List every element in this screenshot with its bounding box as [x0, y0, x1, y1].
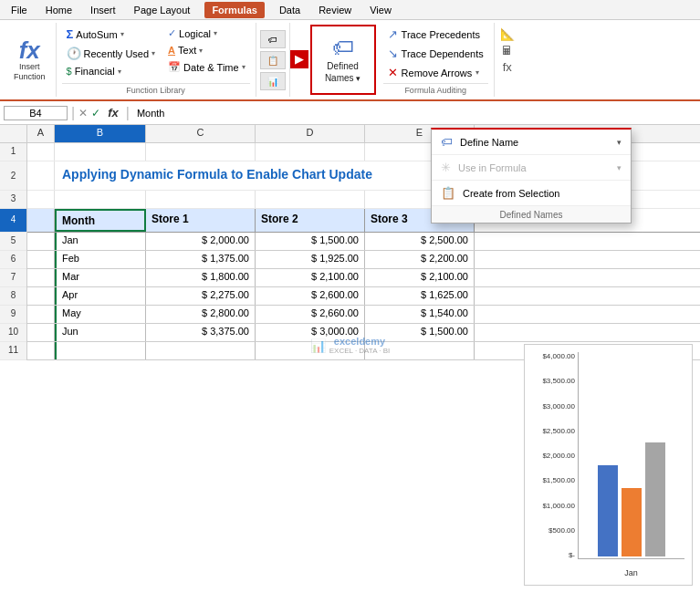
calculate-icon[interactable]: 🖩 — [501, 44, 513, 57]
cell-C10[interactable]: $ 3,375.00 — [146, 324, 256, 341]
cell-D8[interactable]: $ 2,600.00 — [256, 287, 365, 305]
defined-names-icon: 🏷 — [332, 35, 354, 60]
define-name-item[interactable]: 🏷 Define Name ▾ — [432, 130, 631, 155]
watermark-text: exceldemy EXCEL · DATA · BI — [329, 336, 391, 355]
menu-insert[interactable]: Insert — [87, 3, 120, 17]
cell-B9[interactable]: May — [55, 306, 146, 323]
cell-D1[interactable] — [256, 143, 365, 161]
cell-A7[interactable] — [27, 269, 55, 286]
cell-B2-title[interactable]: Applying Dynamic Formula to Enable Chart… — [55, 161, 475, 190]
cell-E9[interactable]: $ 1,540.00 — [365, 306, 475, 323]
watermark-icon: 📊 — [310, 338, 326, 353]
cell-E8[interactable]: $ 1,625.00 — [365, 287, 475, 305]
cell-E6[interactable]: $ 2,200.00 — [365, 251, 475, 268]
cell-A1[interactable] — [27, 143, 55, 161]
cell-C7[interactable]: $ 1,800.00 — [146, 269, 256, 286]
col-header-D[interactable]: D — [256, 125, 365, 142]
cell-A11[interactable] — [27, 342, 55, 359]
menu-formulas[interactable]: Formulas — [204, 2, 265, 18]
cell-C9[interactable]: $ 2,800.00 — [146, 306, 256, 323]
menu-review[interactable]: Review — [315, 3, 355, 17]
row-num-1[interactable]: 1 — [0, 143, 26, 161]
cancel-icon[interactable]: ✕ — [78, 107, 88, 120]
col-header-C[interactable]: C — [146, 125, 256, 142]
text-icon: A — [168, 45, 175, 56]
insert-function-button[interactable]: fx InsertFunction — [11, 36, 48, 85]
row-num-4[interactable]: 4 — [0, 209, 26, 233]
cell-C6[interactable]: $ 1,375.00 — [146, 251, 256, 268]
cell-C1[interactable] — [146, 143, 256, 161]
names-icon-3[interactable]: 📊 — [260, 72, 286, 90]
cell-D4-store2[interactable]: Store 2 — [256, 209, 365, 232]
cell-A4[interactable] — [27, 209, 55, 232]
trace-precedents-button[interactable]: ↗ Trace Precedents — [383, 26, 488, 43]
row-num-7[interactable]: 7 — [0, 269, 26, 287]
cell-D3[interactable] — [256, 191, 365, 208]
define-name-item-label: Define Name — [460, 137, 518, 148]
trace-dependents-button[interactable]: ↘ Trace Dependents — [383, 45, 488, 62]
row-num-5[interactable]: 5 — [0, 233, 26, 251]
confirm-icon[interactable]: ✓ — [91, 107, 100, 120]
grid-row-8: Apr $ 2,275.00 $ 2,600.00 $ 1,625.00 — [27, 287, 700, 306]
cell-B3[interactable] — [55, 191, 146, 208]
defined-names-button[interactable]: 🏷 DefinedNames ▾ — [310, 25, 376, 95]
cell-C4-store1[interactable]: Store 1 — [146, 209, 256, 232]
cell-D6[interactable]: $ 1,925.00 — [256, 251, 365, 268]
col-header-A[interactable]: A — [27, 125, 55, 142]
watch-window-icon[interactable]: 📐 — [500, 27, 515, 41]
defined-names-label: DefinedNames ▾ — [325, 60, 360, 85]
names-icon-2[interactable]: 📋 — [260, 51, 286, 69]
cell-C11[interactable] — [146, 342, 256, 359]
text-button[interactable]: A Text ▾ — [163, 43, 250, 57]
cell-A6[interactable] — [27, 251, 55, 268]
cell-C3[interactable] — [146, 191, 256, 208]
cell-A5[interactable] — [27, 233, 55, 250]
row-num-10[interactable]: 10 — [0, 324, 26, 342]
row-num-11[interactable]: 11 — [0, 342, 26, 360]
cell-B1[interactable] — [55, 143, 146, 161]
cell-A3[interactable] — [27, 191, 55, 208]
cell-D7[interactable]: $ 2,100.00 — [256, 269, 365, 286]
name-box[interactable] — [4, 106, 68, 120]
cell-B8[interactable]: Apr — [55, 287, 146, 305]
row-num-8[interactable]: 8 — [0, 287, 26, 306]
cell-A2[interactable] — [27, 161, 55, 190]
cell-B6[interactable]: Feb — [55, 251, 146, 268]
menu-file[interactable]: File — [7, 3, 31, 17]
cell-E7[interactable]: $ 2,100.00 — [365, 269, 475, 286]
clock-icon: 🕐 — [67, 47, 81, 60]
menu-home[interactable]: Home — [42, 3, 76, 17]
cell-B5[interactable]: Jan — [55, 233, 146, 250]
menu-page-layout[interactable]: Page Layout — [131, 3, 194, 17]
show-formula-icon[interactable]: fx — [503, 60, 512, 74]
cell-D9[interactable]: $ 2,660.00 — [256, 306, 365, 323]
col-header-B[interactable]: B — [55, 125, 146, 142]
cell-A8[interactable] — [27, 287, 55, 305]
cell-A10[interactable] — [27, 324, 55, 341]
autosum-button[interactable]: Σ AutoSum ▾ — [62, 26, 161, 43]
logical-button[interactable]: ✓ Logical ▾ — [163, 26, 250, 41]
recently-used-button[interactable]: 🕐 Recently Used ▾ — [62, 45, 161, 62]
cell-C8[interactable]: $ 2,275.00 — [146, 287, 256, 305]
cell-D5[interactable]: $ 1,500.00 — [256, 233, 365, 250]
create-from-selection-item[interactable]: 📋 Create from Selection — [432, 181, 631, 206]
logical-label: Logical — [179, 28, 211, 39]
row-num-9[interactable]: 9 — [0, 306, 26, 324]
cell-B7[interactable]: Mar — [55, 269, 146, 286]
trace-precedents-icon: ↗ — [388, 27, 398, 41]
cell-B10[interactable]: Jun — [55, 324, 146, 341]
cell-B11[interactable] — [55, 342, 146, 359]
names-icon-1[interactable]: 🏷 — [260, 30, 286, 48]
row-num-2[interactable]: 2 — [0, 161, 26, 191]
cell-A9[interactable] — [27, 306, 55, 323]
cell-E5[interactable]: $ 2,500.00 — [365, 233, 475, 250]
date-time-button[interactable]: 📅 Date & Time ▾ — [163, 59, 250, 75]
cell-B4-month[interactable]: Month — [55, 209, 146, 232]
remove-arrows-button[interactable]: ✕ Remove Arrows ▾ — [383, 64, 488, 81]
financial-button[interactable]: $ Financial ▾ — [62, 64, 161, 78]
cell-C5[interactable]: $ 2,000.00 — [146, 233, 256, 250]
row-num-3[interactable]: 3 — [0, 191, 26, 209]
row-num-6[interactable]: 6 — [0, 251, 26, 269]
menu-data[interactable]: Data — [276, 3, 304, 17]
menu-view[interactable]: View — [366, 3, 395, 17]
